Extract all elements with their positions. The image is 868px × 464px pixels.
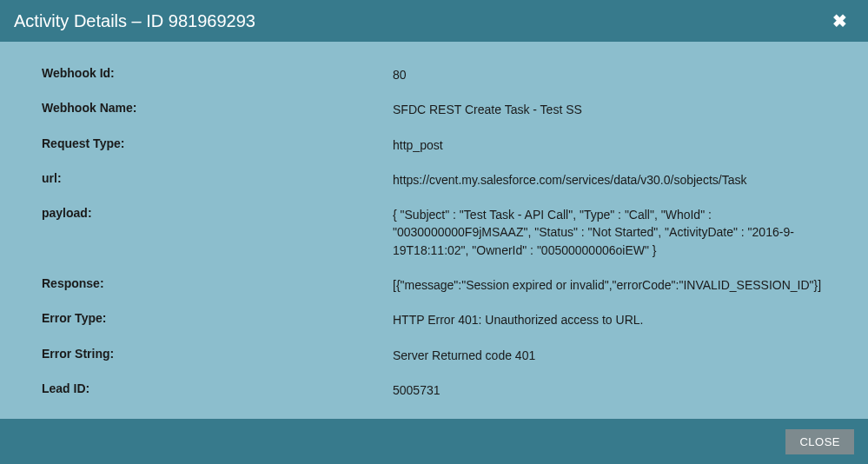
detail-row-lead-id: Lead ID: 5005731	[42, 381, 826, 399]
value-webhook-id: 80	[393, 66, 826, 83]
value-response: [{"message":"Session expired or invalid"…	[393, 276, 826, 294]
detail-row-payload: payload: { "Subject" : "Test Task - API …	[42, 206, 826, 259]
detail-row-error-type: Error Type: HTTP Error 401: Unauthorized…	[42, 311, 826, 328]
label-request-type: Request Type:	[42, 136, 393, 150]
close-icon[interactable]: ✖	[825, 9, 854, 33]
label-webhook-id: Webhook Id:	[42, 66, 393, 80]
label-lead-id: Lead ID:	[42, 381, 393, 395]
detail-row-webhook-name: Webhook Name: SFDC REST Create Task - Te…	[42, 101, 826, 118]
label-error-type: Error Type:	[42, 311, 393, 325]
detail-row-response: Response: [{"message":"Session expired o…	[42, 276, 826, 294]
detail-row-url: url: https://cvent.my.salesforce.com/ser…	[42, 171, 826, 189]
value-request-type: http_post	[393, 136, 826, 154]
value-webhook-name: SFDC REST Create Task - Test SS	[393, 101, 826, 118]
value-payload: { "Subject" : "Test Task - API Call", "T…	[393, 206, 826, 259]
label-url: url:	[42, 171, 393, 185]
label-error-string: Error String:	[42, 347, 393, 361]
detail-row-error-string: Error String: Server Returned code 401	[42, 347, 826, 364]
detail-row-webhook-id: Webhook Id: 80	[42, 66, 826, 83]
value-lead-id: 5005731	[393, 381, 826, 399]
label-payload: payload:	[42, 206, 393, 220]
value-error-type: HTTP Error 401: Unauthorized access to U…	[393, 311, 826, 328]
activity-details-modal: Activity Details – ID 981969293 ✖ Webhoo…	[0, 0, 868, 464]
modal-title: Activity Details – ID 981969293	[14, 11, 255, 31]
modal-footer: CLOSE	[0, 419, 868, 464]
value-url: https://cvent.my.salesforce.com/services…	[393, 171, 826, 189]
detail-row-request-type: Request Type: http_post	[42, 136, 826, 154]
label-response: Response:	[42, 276, 393, 290]
close-button[interactable]: CLOSE	[785, 429, 854, 454]
value-error-string: Server Returned code 401	[393, 347, 826, 364]
modal-body: Webhook Id: 80 Webhook Name: SFDC REST C…	[0, 42, 868, 419]
label-webhook-name: Webhook Name:	[42, 101, 393, 115]
modal-header: Activity Details – ID 981969293 ✖	[0, 0, 868, 42]
